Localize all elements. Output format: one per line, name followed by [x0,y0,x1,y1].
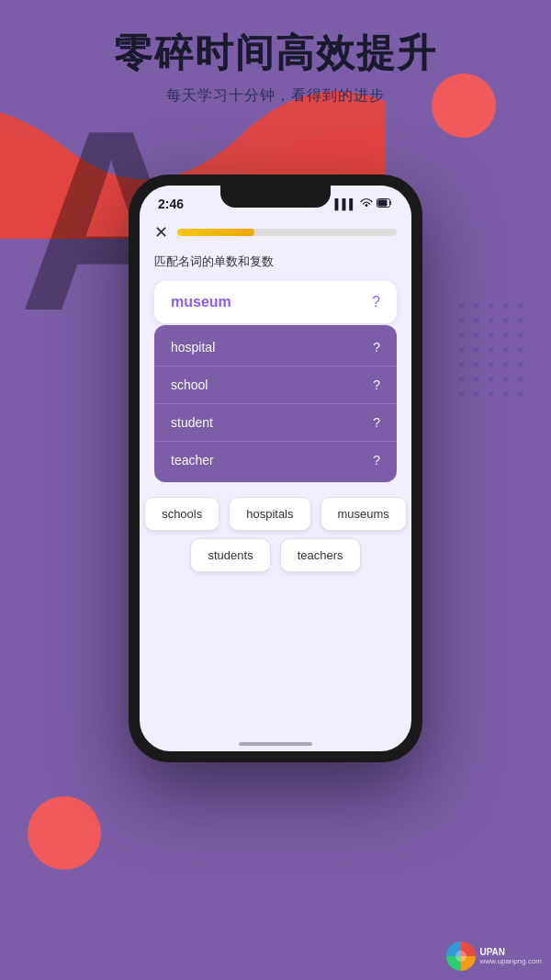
word-row[interactable]: school ? [154,366,397,404]
circle-bottom-decoration [28,796,101,870]
answer-museums[interactable]: museums [320,497,407,531]
highlighted-placeholder: ? [372,294,380,310]
phone-notch [220,186,331,208]
word-row[interactable]: teacher ? [154,442,397,479]
wifi-icon [360,197,373,210]
title-section: 零碎时间高效提升 每天学习十分钟，看得到的进步 [0,28,551,106]
watermark-url: www.upanpng.com [479,957,542,965]
word-teacher-placeholder: ? [373,453,380,467]
word-school: school [171,377,208,392]
word-list: hospital ? school ? student ? teacher ? [154,325,397,482]
watermark-brand: UPAN [479,947,542,957]
progress-track [177,229,397,236]
word-school-placeholder: ? [373,377,380,392]
answer-hospitals[interactable]: hospitals [229,497,310,531]
home-bar [239,742,312,746]
word-teacher: teacher [171,453,214,467]
answer-students[interactable]: students [190,538,270,572]
answer-row-1: schools hospitals museums [158,497,393,531]
sub-title: 每天学习十分钟，看得到的进步 [0,86,551,106]
answer-options: schools hospitals museums students teach… [154,497,397,572]
status-time: 2:46 [158,197,184,211]
phone-frame: 2:46 ▌▌▌ [129,175,422,762]
answer-row-2: students teachers [158,538,393,572]
answer-teachers[interactable]: teachers [280,538,361,572]
watermark-text: UPAN www.upanpng.com [479,947,542,965]
watermark-logo [446,941,476,971]
svg-rect-1 [378,200,388,207]
status-icons: ▌▌▌ [335,197,393,210]
word-row[interactable]: student ? [154,404,397,442]
watermark: UPAN www.upanpng.com [446,941,542,971]
progress-row: ✕ [154,222,397,242]
progress-fill [177,229,254,236]
word-row[interactable]: hospital ? [154,329,397,366]
word-student: student [171,415,213,430]
instruction-text: 匹配名词的单数和复数 [154,253,397,270]
highlighted-question-card[interactable]: museum ? [154,281,397,323]
word-hospital-placeholder: ? [373,340,380,355]
dots-decoration [459,303,533,413]
signal-icon: ▌▌▌ [335,198,356,209]
highlighted-word: museum [171,294,231,310]
word-hospital: hospital [171,340,215,355]
app-content: ✕ 匹配名词的单数和复数 museum ? hospital ? [140,215,411,583]
word-student-placeholder: ? [373,415,380,430]
phone-mockup: 2:46 ▌▌▌ [129,175,422,762]
answer-schools[interactable]: schools [144,497,219,531]
battery-icon [377,198,393,209]
main-title: 零碎时间高效提升 [0,28,551,79]
svg-point-2 [455,951,467,962]
close-button[interactable]: ✕ [154,222,168,242]
phone-screen: 2:46 ▌▌▌ [140,186,411,751]
